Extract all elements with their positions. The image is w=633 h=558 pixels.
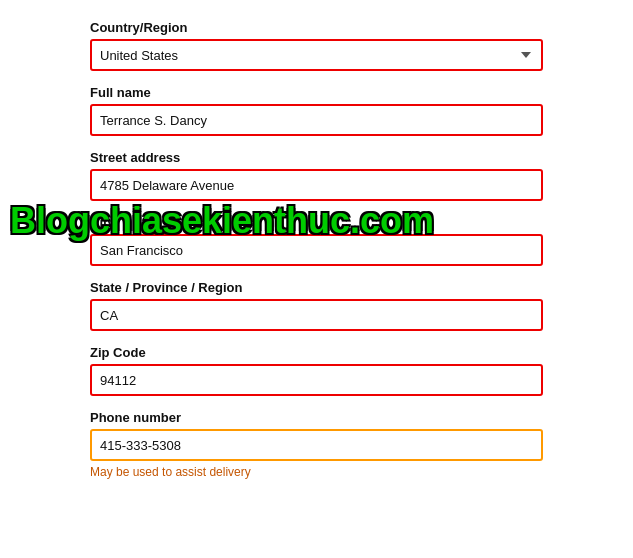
state-group: State / Province / Region bbox=[90, 280, 543, 331]
zip-group: Zip Code bbox=[90, 345, 543, 396]
state-label: State / Province / Region bbox=[90, 280, 543, 295]
city-group: City bbox=[90, 215, 543, 266]
country-label: Country/Region bbox=[90, 20, 543, 35]
zip-label: Zip Code bbox=[90, 345, 543, 360]
phone-group: Phone number May be used to assist deliv… bbox=[90, 410, 543, 479]
phone-helper: May be used to assist delivery bbox=[90, 465, 543, 479]
street-group: Street address bbox=[90, 150, 543, 201]
street-label: Street address bbox=[90, 150, 543, 165]
street-input[interactable] bbox=[90, 169, 543, 201]
fullname-label: Full name bbox=[90, 85, 543, 100]
country-group: Country/Region United States Canada Unit… bbox=[90, 20, 543, 71]
fullname-input[interactable] bbox=[90, 104, 543, 136]
fullname-group: Full name bbox=[90, 85, 543, 136]
state-input[interactable] bbox=[90, 299, 543, 331]
phone-input[interactable] bbox=[90, 429, 543, 461]
country-select[interactable]: United States Canada United Kingdom Aust… bbox=[90, 39, 543, 71]
city-input[interactable] bbox=[90, 234, 543, 266]
zip-input[interactable] bbox=[90, 364, 543, 396]
phone-label: Phone number bbox=[90, 410, 543, 425]
city-label: City bbox=[90, 215, 543, 230]
